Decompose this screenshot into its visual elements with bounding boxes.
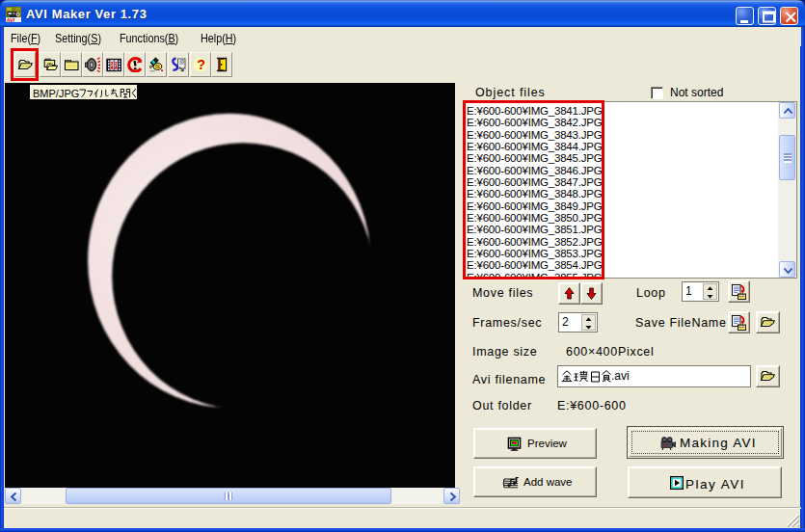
svg-text:?: ? <box>197 57 205 72</box>
svg-text:AVI: AVI <box>6 17 15 22</box>
